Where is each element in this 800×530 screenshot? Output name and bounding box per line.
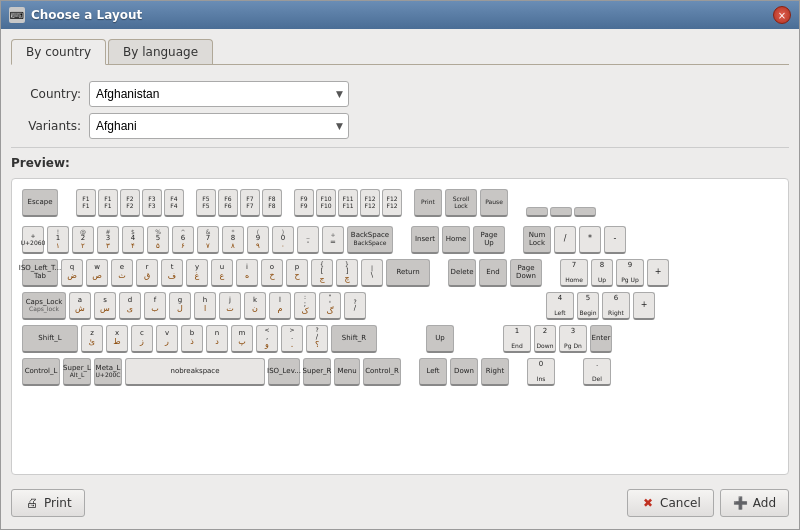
tab-by-country[interactable]: By country <box>11 39 106 65</box>
key-q: qض <box>61 259 83 287</box>
key-num-minus: - <box>604 226 626 254</box>
key-l: lم <box>269 292 291 320</box>
main-window: ⌨ Choose a Layout × By country By langua… <box>0 0 800 530</box>
key-num1: 1End <box>503 325 531 353</box>
variants-select-wrapper: Afghani <box>89 113 349 139</box>
key-0: )0۰ <box>272 226 294 254</box>
key-num-plus-top: + <box>647 259 669 287</box>
key-f8: F8F8 <box>262 189 282 217</box>
key-pageup: PageUp <box>473 226 505 254</box>
key-1: !1۱ <box>47 226 69 254</box>
key-semicolon: :;ک <box>294 292 316 320</box>
window-title: Choose a Layout <box>31 8 767 22</box>
key-num2: 2Down <box>534 325 556 353</box>
key-num6: 6Right <box>602 292 630 320</box>
qwerty-row: ISO_Left_T...Tab qض wص eث rق tف yغ uع iه… <box>22 259 778 287</box>
key-5: %5۵ <box>147 226 169 254</box>
key-f1b: F1F1 <box>98 189 118 217</box>
key-b: bذ <box>181 325 203 353</box>
close-button[interactable]: × <box>773 6 791 24</box>
key-numlock: NumLock <box>523 226 551 254</box>
key-y: yغ <box>186 259 208 287</box>
key-r: rق <box>136 259 158 287</box>
key-f3: F3F3 <box>142 189 162 217</box>
key-caps: Caps_LockCaps_lock <box>22 292 66 320</box>
key-u: uع <box>211 259 233 287</box>
key-num4: 4Left <box>546 292 574 320</box>
fn-row: Escape F1F1 F1F1 F2F2 F3F3 F4F4 F5F5 F6F… <box>22 189 778 217</box>
key-shift-r: Shift_R <box>331 325 377 353</box>
key-num3: 3Pg Dn <box>559 325 587 353</box>
key-num-slash: / <box>554 226 576 254</box>
key-minus: _- <box>297 226 319 254</box>
key-h: hا <box>194 292 216 320</box>
key-f12b: F12F12 <box>382 189 402 217</box>
key-ctrl-r: Control_R <box>363 358 401 386</box>
action-buttons: ✖ Cancel ➕ Add <box>627 489 789 517</box>
key-space: nobreakspace <box>125 358 265 386</box>
key-num-star: * <box>579 226 601 254</box>
preview-label: Preview: <box>11 156 789 170</box>
key-i: iه <box>236 259 258 287</box>
zxcv-row: Shift_L zئ xط cز vر bذ nد mپ <,و >.. ?/؟… <box>22 325 778 353</box>
key-pagedown: PageDown <box>510 259 542 287</box>
key-backspace: BackSpaceBackSpace <box>347 226 393 254</box>
add-button[interactable]: ➕ Add <box>720 489 789 517</box>
key-t: tف <box>161 259 183 287</box>
key-num7: 7Home <box>560 259 588 287</box>
window-icon: ⌨ <box>9 7 25 23</box>
key-tilde: + U+2060 <box>22 226 44 254</box>
cancel-icon: ✖ <box>640 495 656 511</box>
key-bracket-r: }]چ <box>336 259 358 287</box>
key-f2: F2F2 <box>120 189 140 217</box>
country-select[interactable]: Afghanistan <box>89 81 349 107</box>
country-row: Country: Afghanistan <box>11 81 789 107</box>
right-top-cluster <box>526 207 596 217</box>
key-f11: F11F11 <box>338 189 358 217</box>
variants-select[interactable]: Afghani <box>89 113 349 139</box>
key-bracket-l: {[ج <box>311 259 333 287</box>
key-k: kن <box>244 292 266 320</box>
key-f1: F1F1 <box>76 189 96 217</box>
key-3: #3۳ <box>97 226 119 254</box>
key-home: Home <box>442 226 470 254</box>
key-backslash: |\ <box>361 259 383 287</box>
key-quote: "'گ <box>319 292 341 320</box>
key-m: mپ <box>231 325 253 353</box>
form-section: Country: Afghanistan Variants: Afghani <box>11 73 789 148</box>
key-8: *8۸ <box>222 226 244 254</box>
asdf-row: Caps_LockCaps_lock aش sس dی fب gل hا jت … <box>22 292 778 320</box>
key-6: ^6۶ <box>172 226 194 254</box>
key-right: Right <box>481 358 509 386</box>
key-pause: Pause <box>480 189 508 217</box>
tab-bar: By country By language <box>11 39 789 65</box>
key-insert: Insert <box>411 226 439 254</box>
cancel-button[interactable]: ✖ Cancel <box>627 489 714 517</box>
key-meta-l: Meta_LU+200C <box>94 358 122 386</box>
key-f5: F5F5 <box>196 189 216 217</box>
add-icon: ➕ <box>733 495 749 511</box>
key-slash: ?/؟ <box>306 325 328 353</box>
fn-group-1: F1F1 F1F1 F2F2 F3F3 F4F4 <box>76 189 184 217</box>
key-n: nد <box>206 325 228 353</box>
key-down: Down <box>450 358 478 386</box>
key-v: vر <box>156 325 178 353</box>
key-j: jت <box>219 292 241 320</box>
key-g: gل <box>169 292 191 320</box>
variants-label: Variants: <box>11 119 81 133</box>
key-p: pح <box>286 259 308 287</box>
key-enter: Enter <box>590 325 612 353</box>
key-extra: ?/ <box>344 292 366 320</box>
key-c: cز <box>131 325 153 353</box>
key-num8: 8Up <box>591 259 613 287</box>
key-r2 <box>550 207 572 217</box>
key-shift-l: Shift_L <box>22 325 78 353</box>
key-up: Up <box>426 325 454 353</box>
key-num9: 9Pg Up <box>616 259 644 287</box>
print-button[interactable]: 🖨 Print <box>11 489 85 517</box>
key-f9: F9F9 <box>294 189 314 217</box>
tab-by-language[interactable]: By language <box>108 39 213 64</box>
fn-group-2: F5F5 F6F6 F7F7 F8F8 <box>196 189 282 217</box>
key-f4: F4F4 <box>164 189 184 217</box>
key-end: End <box>479 259 507 287</box>
